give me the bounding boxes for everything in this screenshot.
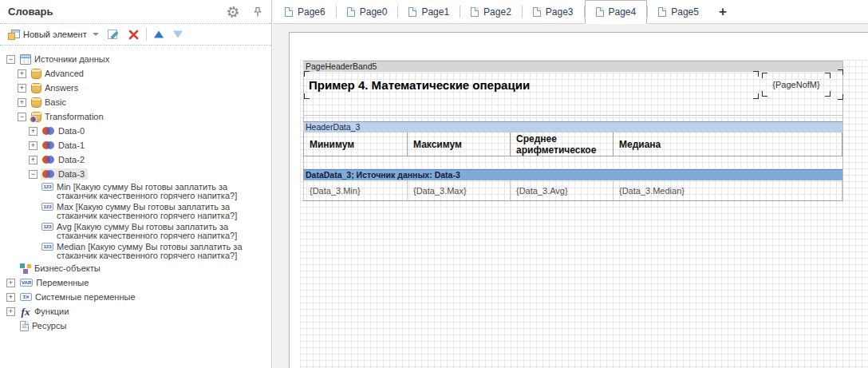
band-datadata[interactable]: DataData_3; Источник данных: Data-3 bbox=[303, 169, 842, 180]
tree-item-label: Бизнес-объекты bbox=[34, 263, 101, 273]
variables-icon: VAR bbox=[20, 279, 33, 287]
expand-plus-icon[interactable]: + bbox=[29, 127, 37, 136]
tree-item-advanced[interactable]: +Advanced bbox=[0, 66, 271, 81]
data-cell-2[interactable]: {Data_3.Avg} bbox=[511, 180, 614, 200]
tab-page2[interactable]: Page2 bbox=[460, 0, 522, 23]
add-page-button[interactable]: + bbox=[709, 0, 736, 23]
page-icon bbox=[347, 7, 355, 17]
tree-item-basic[interactable]: +Basic bbox=[0, 95, 271, 109]
move-up-button[interactable] bbox=[152, 28, 166, 41]
tree-item-источники[interactable]: −Источники данных bbox=[0, 52, 271, 66]
expand-plus-icon[interactable]: + bbox=[29, 156, 37, 164]
expand-plus-icon[interactable]: + bbox=[18, 69, 26, 78]
page-icon bbox=[408, 7, 416, 17]
pin-icon[interactable] bbox=[252, 6, 263, 18]
tree-item-data-1[interactable]: +Data-1 bbox=[0, 138, 271, 152]
band-pageheader-label: PageHeaderBand5 bbox=[306, 61, 377, 71]
collapse-minus-icon[interactable]: − bbox=[18, 113, 26, 121]
tree-item-label: Transformation bbox=[45, 112, 104, 121]
tree-item-transformation[interactable]: −Transformation bbox=[0, 109, 271, 124]
expand-plus-icon[interactable]: + bbox=[18, 84, 26, 93]
dictionary-panel: Словарь Новый элемент bbox=[0, 0, 272, 368]
tab-page0[interactable]: Page0 bbox=[337, 0, 398, 23]
tab-page5[interactable]: Page5 bbox=[648, 0, 709, 23]
tree-item-avg[interactable]: 123Avg [Какую сумму Вы готовы заплатить … bbox=[0, 221, 271, 241]
title-textbox[interactable]: Пример 4. Математические операции bbox=[305, 72, 758, 98]
dataset-icon bbox=[42, 141, 55, 150]
collapse-minus-icon[interactable]: − bbox=[6, 55, 15, 64]
column-icon: 123 bbox=[41, 243, 53, 251]
edit-icon bbox=[107, 28, 120, 41]
band-headerdata[interactable]: HeaderData_3 bbox=[303, 121, 842, 133]
tree-item-body: Σ#Системные переменные bbox=[18, 291, 139, 303]
panel-header: Словарь bbox=[0, 0, 271, 24]
tree-item-max[interactable]: 123Max [Какую сумму Вы готовы заплатить … bbox=[0, 201, 271, 221]
tree-item-label: Advanced bbox=[45, 69, 84, 78]
arrow-up-icon bbox=[153, 30, 164, 39]
move-down-button[interactable] bbox=[171, 28, 185, 41]
data-cell-0[interactable]: {Data_3.Min} bbox=[303, 180, 408, 200]
header-cell-0[interactable]: Минимум bbox=[303, 133, 408, 156]
tab-label: Page3 bbox=[546, 6, 574, 18]
data-cell-1[interactable]: {Data_3.Max} bbox=[408, 180, 511, 200]
report-title: Пример 4. Математические операции bbox=[305, 78, 530, 92]
tree-item-median[interactable]: 123Median [Какую сумму Вы готовы заплати… bbox=[0, 241, 271, 261]
tab-page1[interactable]: Page1 bbox=[398, 0, 460, 23]
page-grid bbox=[300, 60, 868, 368]
expand-plus-icon[interactable]: + bbox=[6, 279, 15, 287]
arrow-down-icon bbox=[172, 30, 183, 39]
column-icon: 123 bbox=[41, 183, 53, 191]
tab-page6[interactable]: Page6 bbox=[274, 0, 336, 23]
header-cell-1[interactable]: Максимум bbox=[408, 133, 511, 156]
tree-item-функции[interactable]: +fxФункции bbox=[0, 304, 271, 319]
tree-item-label: Avg [Какую сумму Вы готовы заплатить за … bbox=[57, 223, 262, 239]
expand-plus-icon[interactable]: + bbox=[29, 141, 37, 150]
tree-item-label: Data-0 bbox=[58, 126, 85, 136]
tree-item-answers[interactable]: +Answers bbox=[0, 81, 271, 95]
tree-item-бизнес-объекты[interactable]: Бизнес-объекты bbox=[0, 261, 271, 275]
expand-plus-icon[interactable]: + bbox=[6, 293, 15, 302]
delete-x-icon bbox=[128, 29, 140, 41]
tree-item-data-2[interactable]: +Data-2 bbox=[0, 152, 271, 167]
collapse-minus-icon[interactable]: − bbox=[29, 170, 37, 179]
workarea: PageHeaderBand5 Пример 4. Математические… bbox=[273, 24, 868, 368]
expand-plus-icon[interactable]: + bbox=[6, 307, 15, 316]
expand-plus-icon[interactable]: + bbox=[18, 98, 26, 107]
tree-item-body: Ресурсы bbox=[18, 320, 69, 332]
tree-item-body: Источники данных bbox=[18, 53, 112, 65]
edit-button[interactable] bbox=[105, 26, 121, 42]
dataset-icon bbox=[42, 127, 55, 136]
tree-item-body: Data-1 bbox=[41, 140, 88, 151]
gear-icon[interactable] bbox=[227, 6, 239, 18]
tree-item-label: Переменные bbox=[36, 278, 89, 287]
tab-page4[interactable]: Page4 bbox=[585, 0, 648, 24]
tree-item-label: Answers bbox=[45, 83, 78, 93]
page-icon bbox=[471, 7, 479, 17]
tree-item-системные[interactable]: +Σ#Системные переменные bbox=[0, 290, 271, 304]
system-variables-icon: Σ# bbox=[20, 293, 32, 301]
tree-item-body: Transformation bbox=[30, 111, 107, 123]
tree-item-body: Data-3 bbox=[41, 168, 88, 180]
tree-item-data-0[interactable]: +Data-0 bbox=[0, 124, 271, 138]
tab-page3[interactable]: Page3 bbox=[523, 0, 584, 23]
dictionary-tree: −Источники данных+Advanced+Answers+Basic… bbox=[0, 46, 271, 333]
tree-item-ресурсы[interactable]: Ресурсы bbox=[0, 319, 271, 333]
tree-item-min[interactable]: 123Min [Какую сумму Вы готовы заплатить … bbox=[0, 181, 271, 201]
column-icon: 123 bbox=[41, 203, 53, 211]
new-item-button[interactable]: Новый элемент bbox=[6, 28, 101, 42]
header-cell-2[interactable]: Среднее арифметическое bbox=[511, 133, 614, 156]
band-pageheader[interactable]: PageHeaderBand5 bbox=[303, 61, 842, 72]
tree-item-body: Basic bbox=[30, 97, 69, 109]
tree-item-data-3[interactable]: −Data-3 bbox=[0, 167, 271, 181]
toolbar-divider bbox=[146, 28, 147, 41]
data-cell-3[interactable]: {Data_3.Median} bbox=[614, 180, 842, 200]
tree-item-переменные[interactable]: +VARПеременные bbox=[0, 275, 271, 290]
tree-item-body: 123Max [Какую сумму Вы готовы заплатить … bbox=[40, 202, 266, 220]
data-row: {Data_3.Min}{Data_3.Max}{Data_3.Avg}{Dat… bbox=[303, 180, 842, 201]
pagenofm-textbox[interactable]: {PageNofM} bbox=[763, 73, 830, 96]
tab-label: Page0 bbox=[360, 6, 388, 18]
datasources-icon bbox=[20, 54, 31, 65]
report-page: PageHeaderBand5 Пример 4. Математические… bbox=[289, 32, 868, 368]
delete-button[interactable] bbox=[126, 27, 141, 42]
header-cell-3[interactable]: Медиана bbox=[614, 133, 842, 156]
